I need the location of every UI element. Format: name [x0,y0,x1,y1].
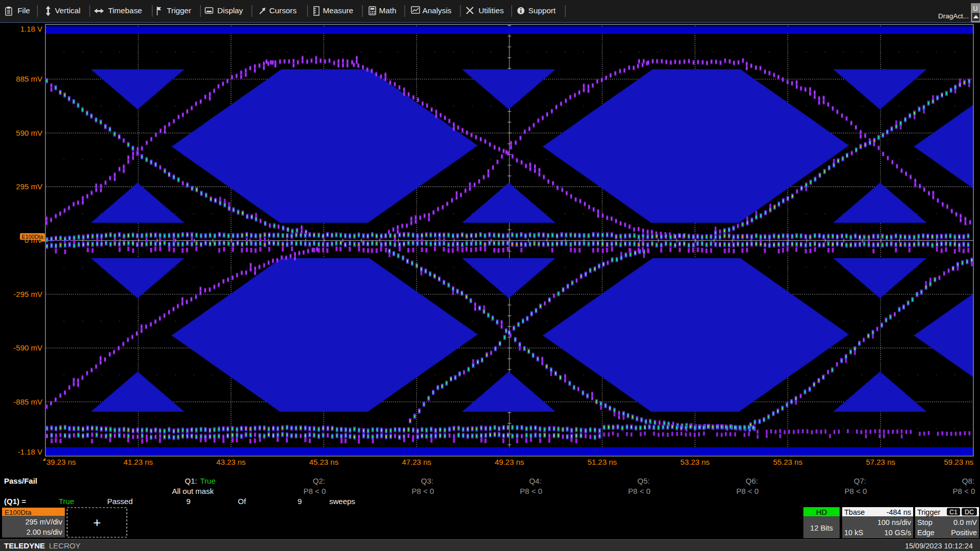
svg-text:Math: Math [379,6,397,15]
svg-text:41.23 ns: 41.23 ns [124,458,153,466]
svg-text:57.23 ns: 57.23 ns [866,458,895,466]
svg-text:Positive: Positive [951,529,977,537]
svg-text:P8 < 0: P8 < 0 [304,487,326,495]
svg-text:47.23 ns: 47.23 ns [402,458,431,466]
svg-text:Measure: Measure [323,6,354,15]
svg-text:590 mV: 590 mV [16,129,42,137]
svg-text:File: File [17,6,30,15]
svg-text:P8 < 0: P8 < 0 [845,487,867,495]
svg-text:P8 < 0: P8 < 0 [953,487,975,495]
svg-text:1.18 V: 1.18 V [20,24,42,33]
svg-text:Cursors: Cursors [270,6,297,15]
svg-text:Display: Display [217,6,243,15]
svg-text:Q3:: Q3: [421,477,433,485]
svg-text:+: + [93,515,101,530]
svg-text:39.23 ns: 39.23 ns [46,458,76,466]
svg-text:Stop: Stop [917,518,933,527]
svg-text:True: True [200,477,215,485]
svg-text:Edge: Edge [917,529,935,537]
svg-text:Timebase: Timebase [108,6,142,15]
svg-text:(Q1) =: (Q1) = [4,497,26,506]
svg-text:Trigger: Trigger [167,6,191,15]
svg-text:Analysis: Analysis [423,6,452,15]
svg-text:10 kS: 10 kS [844,529,863,537]
svg-text:-885 mV: -885 mV [13,397,42,406]
svg-text:51.23 ns: 51.23 ns [587,458,617,466]
svg-text:Trigger: Trigger [917,508,941,516]
svg-text:-295 mV: -295 mV [13,290,42,298]
svg-text:-590 mV: -590 mV [13,343,42,352]
svg-text:E100Dta: E100Dta [21,234,43,240]
svg-text:Passed: Passed [107,497,133,506]
svg-text:Q1:: Q1: [185,477,197,485]
svg-text:HD: HD [816,508,827,516]
svg-text:2.00 ns/div: 2.00 ns/div [27,528,63,536]
svg-text:10 GS/s: 10 GS/s [885,529,911,537]
svg-text:DragAct...: DragAct... [938,12,969,20]
svg-text:Q2:: Q2: [313,477,325,485]
svg-text:59.23 ns: 59.23 ns [944,458,973,466]
svg-text:885 mV: 885 mV [16,74,42,83]
svg-text:LECROY: LECROY [49,541,81,550]
svg-text:-1.18 V: -1.18 V [18,447,42,456]
svg-text:Support: Support [528,6,556,15]
svg-text:45.23 ns: 45.23 ns [309,458,339,466]
svg-text:U: U [973,5,978,12]
svg-text:E100Dta: E100Dta [5,509,32,516]
svg-text:All out mask: All out mask [172,487,214,495]
svg-text:P8 < 0: P8 < 0 [520,487,543,495]
svg-text:43.23 ns: 43.23 ns [216,458,246,466]
svg-text:Vertical: Vertical [55,6,81,15]
svg-text:Q8:: Q8: [962,477,974,485]
svg-text:DC: DC [965,509,974,516]
svg-text:Q7:: Q7: [854,477,866,485]
svg-text:9: 9 [186,497,190,506]
svg-text:P8 < 0: P8 < 0 [628,487,651,495]
svg-text:TELEDYNE: TELEDYNE [4,541,45,550]
svg-text:55.23 ns: 55.23 ns [773,458,803,466]
svg-text:53.23 ns: 53.23 ns [680,458,710,466]
svg-text:C1: C1 [949,509,958,516]
svg-text:Tbase: Tbase [844,508,865,516]
svg-text:15/09/2023 10:12:24: 15/09/2023 10:12:24 [905,542,973,550]
svg-text:12 Bits: 12 Bits [810,524,832,532]
svg-text:49.23 ns: 49.23 ns [495,458,524,466]
svg-text:True: True [59,497,74,506]
svg-text:100 ns/div: 100 ns/div [877,518,912,527]
svg-text:-484 ns: -484 ns [887,508,911,516]
svg-text:Q6:: Q6: [746,477,758,485]
svg-text:Utilities: Utilities [479,6,504,15]
svg-text:P8 < 0: P8 < 0 [412,487,434,495]
svg-text:Of: Of [238,497,247,506]
svg-text:9: 9 [298,497,302,506]
svg-text:Q4:: Q4: [529,477,542,485]
svg-text:sweeps: sweeps [329,497,355,506]
svg-text:Q5:: Q5: [638,477,650,485]
svg-text:Pass/Fail: Pass/Fail [4,477,37,485]
svg-text:295 mV/div: 295 mV/div [25,518,62,526]
svg-text:295 mV: 295 mV [16,182,42,191]
svg-text:P8 < 0: P8 < 0 [737,487,759,495]
svg-text:0.0 mV: 0.0 mV [953,518,977,527]
